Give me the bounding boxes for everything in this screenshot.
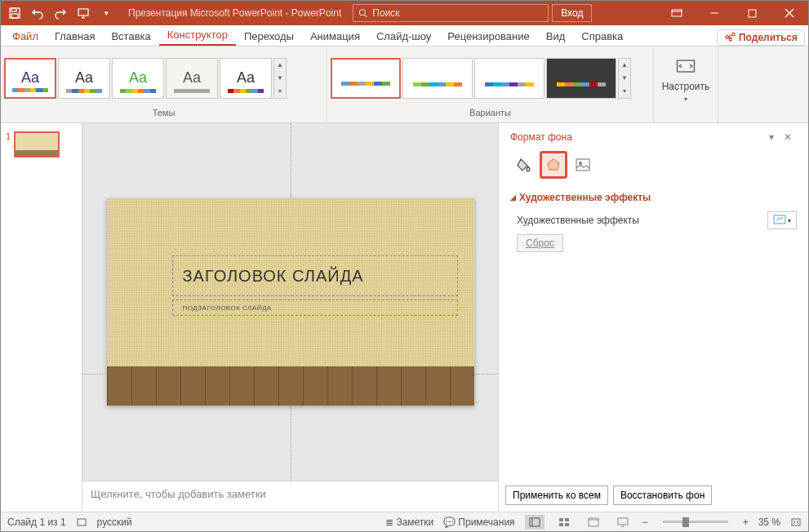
qat-dropdown-icon[interactable]: ▾ [96, 2, 117, 24]
group-variants-label: Варианты [331, 106, 650, 119]
window-title: Презентация Microsoft PowerPoint - Power… [120, 7, 349, 19]
svg-rect-11 [774, 215, 785, 224]
theme-thumb-2[interactable]: Aa [58, 58, 110, 99]
ribbon-tabs: Файл Главная Вставка Конструктор Переход… [1, 25, 808, 47]
variant-thumb-3[interactable] [474, 58, 545, 99]
tab-home[interactable]: Главная [47, 27, 103, 46]
spell-check-icon[interactable] [76, 516, 87, 528]
tab-insert[interactable]: Вставка [103, 27, 158, 46]
close-icon[interactable] [771, 1, 808, 25]
fill-tab[interactable] [510, 151, 538, 179]
svg-rect-5 [672, 10, 682, 16]
variant-thumb-4[interactable] [546, 58, 616, 99]
svg-rect-20 [792, 519, 800, 525]
reset-button[interactable]: Сброс [517, 234, 563, 252]
ribbon-display-icon[interactable] [658, 1, 696, 25]
format-background-pane: Формат фона ▾ ✕ ◢Художественные эффекты … [498, 123, 808, 512]
slide-canvas[interactable]: ЗАГОЛОВОК СЛАЙДА ПОДЗАГОЛОВОК СЛАЙДА [107, 198, 474, 406]
zoom-out-button[interactable]: − [642, 516, 648, 528]
tab-design[interactable]: Конструктор [159, 25, 236, 46]
search-input[interactable] [372, 7, 543, 19]
zoom-level[interactable]: 35 % [758, 516, 780, 528]
theme-thumb-4[interactable]: Aa [166, 58, 218, 99]
effects-label: Художественные эффекты [510, 215, 767, 226]
svg-rect-13 [530, 518, 540, 526]
group-themes-label: Темы [4, 106, 323, 119]
svg-rect-3 [78, 9, 88, 16]
apply-all-button[interactable]: Применить ко всем [505, 485, 608, 505]
effects-dropdown[interactable]: ▾ [767, 211, 797, 229]
notes-pane[interactable]: Щелкните, чтобы добавить заметки [82, 481, 498, 512]
paint-bucket-icon [516, 157, 532, 173]
reading-view-icon[interactable] [584, 515, 603, 530]
normal-view-icon[interactable] [525, 515, 545, 530]
main-area: 1 ЗАГОЛОВОК СЛАЙДА ПОДЗАГОЛОВОК СЛАЙДА Щ… [1, 123, 808, 512]
zoom-slider[interactable] [663, 521, 728, 523]
variant-thumb-2[interactable] [402, 58, 473, 99]
share-icon [724, 32, 736, 43]
tab-review[interactable]: Рецензирование [439, 27, 537, 46]
quick-access-toolbar: ▾ [1, 2, 120, 24]
tab-slideshow[interactable]: Слайд-шоу [368, 27, 439, 46]
svg-point-4 [360, 10, 366, 16]
variant-thumb-1[interactable] [331, 58, 401, 99]
theme-thumb-5[interactable]: Aa [220, 58, 272, 99]
tab-transitions[interactable]: Переходы [236, 27, 302, 46]
zoom-in-button[interactable]: + [743, 516, 749, 528]
login-button[interactable]: Вход [552, 4, 592, 22]
svg-marker-8 [548, 159, 559, 170]
comments-button[interactable]: 💬 Примечания [443, 516, 514, 528]
language-button[interactable]: русский [97, 516, 132, 528]
slide-counter[interactable]: Слайд 1 из 1 [7, 516, 66, 528]
restore-bg-button[interactable]: Восстановить фон [613, 485, 712, 505]
pane-title: Формат фона [510, 131, 572, 143]
picture-icon [575, 157, 591, 173]
notes-button[interactable]: ≣ Заметки [385, 516, 433, 528]
svg-rect-16 [559, 523, 563, 526]
slide-thumbnail-1[interactable]: 1 [6, 131, 77, 157]
pentagon-icon [545, 157, 562, 173]
theme-thumb-3[interactable]: Aa [112, 58, 164, 99]
status-bar: Слайд 1 из 1 русский ≣ Заметки 💬 Примеча… [1, 512, 808, 531]
variants-expand[interactable]: ▲▼▾ [618, 58, 631, 99]
titlebar: ▾ Презентация Microsoft PowerPoint - Pow… [1, 1, 808, 25]
maximize-icon[interactable] [733, 1, 771, 25]
tab-file[interactable]: Файл [4, 27, 47, 46]
fit-to-window-icon[interactable] [790, 517, 802, 527]
theme-thumb-1[interactable]: Aa [4, 58, 56, 99]
effects-tab[interactable] [540, 151, 567, 179]
slide-floor-image [107, 366, 474, 406]
pane-menu-icon[interactable]: ▾ [764, 131, 779, 143]
section-artistic-effects[interactable]: ◢Художественные эффекты [510, 192, 797, 203]
themes-expand[interactable]: ▲▼▾ [273, 58, 287, 99]
svg-rect-12 [78, 519, 86, 525]
subtitle-placeholder[interactable]: ПОДЗАГОЛОВОК СЛАЙДА [172, 299, 458, 316]
share-button[interactable]: Поделиться [717, 29, 805, 46]
tab-view[interactable]: Вид [538, 27, 574, 46]
svg-rect-2 [11, 14, 18, 18]
minimize-icon[interactable] [696, 1, 733, 25]
sorter-view-icon[interactable] [554, 515, 574, 530]
configure-button[interactable]: Настроить ▾ [657, 50, 714, 107]
slideshow-view-icon[interactable] [613, 515, 633, 530]
start-slideshow-icon[interactable] [73, 2, 94, 24]
save-icon[interactable] [4, 2, 25, 24]
undo-icon[interactable] [27, 2, 48, 24]
svg-rect-17 [565, 523, 569, 526]
search-icon [358, 8, 367, 18]
pane-close-icon[interactable]: ✕ [779, 131, 797, 143]
tab-animations[interactable]: Анимация [302, 27, 368, 46]
search-box[interactable] [353, 4, 549, 22]
thumbnail-image [14, 131, 60, 157]
slide-size-icon [674, 55, 697, 78]
thumbnails-panel: 1 [1, 123, 82, 512]
svg-point-10 [580, 162, 582, 165]
title-placeholder[interactable]: ЗАГОЛОВОК СЛАЙДА [172, 255, 458, 296]
redo-icon[interactable] [50, 2, 71, 24]
svg-rect-14 [559, 518, 563, 521]
slide-editor: ЗАГОЛОВОК СЛАЙДА ПОДЗАГОЛОВОК СЛАЙДА Щел… [82, 123, 498, 512]
picture-tab[interactable] [569, 151, 597, 179]
svg-rect-9 [576, 159, 589, 171]
tab-help[interactable]: Справка [573, 27, 631, 46]
powerpoint-window: ▾ Презентация Microsoft PowerPoint - Pow… [0, 0, 809, 532]
